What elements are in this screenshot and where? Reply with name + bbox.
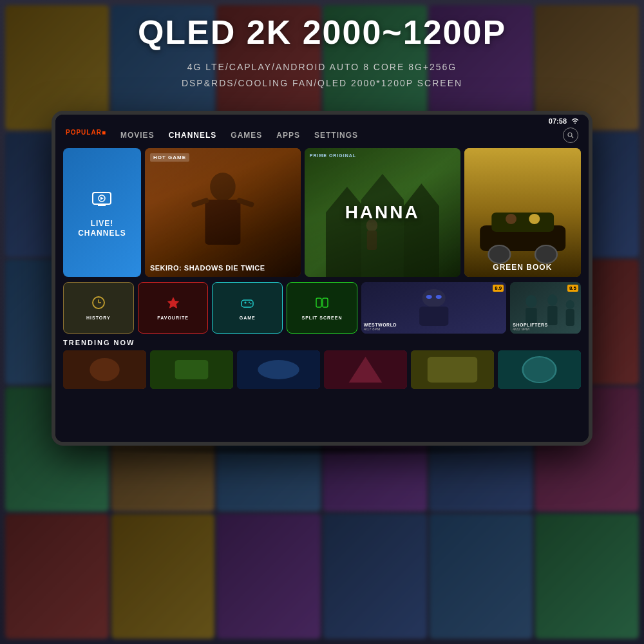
logo-text: POPULAR (66, 129, 102, 136)
hanna-badge-prime: PRIME ORIGINAL (310, 153, 356, 158)
game-label: GAME (240, 316, 256, 320)
svg-marker-4 (100, 197, 104, 200)
svg-point-22 (535, 245, 557, 263)
svg-point-40 (436, 295, 442, 299)
trending-item-5[interactable] (411, 350, 494, 389)
shoplifters-info: SHOPLIFTERS 4/22 9PM (513, 323, 578, 331)
nav-item-apps[interactable]: APPS (276, 131, 300, 140)
nav-item-games[interactable]: GAMES (231, 131, 262, 140)
nav-item-channels[interactable]: CHANNELS (169, 131, 217, 140)
action-game[interactable]: GAME (212, 282, 283, 334)
trending-item-3[interactable] (237, 350, 320, 389)
nav-item-settings[interactable]: SETTINGS (314, 131, 358, 140)
status-time: 07:58 (549, 117, 567, 125)
device-screen: 07:58 POPULAR■ MOVIES CHANNELS GAMES AP (55, 115, 589, 442)
svg-marker-28 (167, 298, 178, 308)
trending-section: TRENDING NOW (63, 339, 581, 437)
svg-rect-57 (428, 357, 477, 383)
tile-live-channels[interactable]: LIVE! CHANNELS (63, 148, 141, 277)
live-channels-label: LIVE! CHANNELS (78, 219, 126, 238)
svg-point-33 (251, 303, 252, 305)
sekiro-badge: HOT GAME (150, 153, 189, 162)
nav-logo[interactable]: POPULAR■ (66, 129, 106, 142)
shoplifters-title: SHOPLIFTERS (513, 323, 578, 327)
middle-row: HISTORY FAVOURITE (63, 282, 581, 334)
history-icon (91, 296, 106, 313)
westworld-rating: 8.9 (493, 285, 504, 292)
tile-sekiro[interactable]: HOT GAME SEKIRO: SHADOWS DIE TWICE (145, 148, 301, 277)
svg-point-44 (547, 294, 557, 306)
trending-item-6[interactable] (498, 350, 581, 389)
tile-hanna[interactable]: PRIME ORIGINAL HANNA (305, 148, 460, 277)
shoplifters-rating: 8.5 (567, 285, 578, 292)
content-area: LIVE! CHANNELS (55, 148, 589, 442)
greenbook-title: GREEN BOOK (469, 263, 576, 272)
sekiro-title: SEKIRO: SHADOWS DIE TWICE (150, 264, 296, 272)
specs-line2: DSP&RDS/COOLING FAN/QLED 2000*1200P SCRE… (182, 75, 462, 91)
device-frame: 07:58 POPULAR■ MOVIES CHANNELS GAMES AP (52, 111, 592, 446)
svg-point-37 (422, 289, 446, 307)
svg-rect-9 (205, 200, 240, 245)
svg-point-49 (90, 358, 119, 381)
action-westworld[interactable]: 8.9 WESTWORLD 4/17 8PM (361, 282, 506, 334)
svg-point-53 (258, 360, 299, 379)
page-title: QLED 2K 2000~1200P (138, 13, 506, 52)
svg-point-42 (526, 295, 537, 308)
top-row: LIVE! CHANNELS (63, 148, 581, 277)
svg-point-46 (566, 300, 574, 309)
svg-rect-35 (323, 298, 328, 307)
history-label: HISTORY (86, 316, 111, 320)
svg-point-24 (529, 214, 540, 224)
westworld-schedule: 4/17 8PM (364, 327, 504, 331)
hanna-title: HANNA (345, 202, 420, 223)
action-history[interactable]: HISTORY (63, 282, 134, 334)
action-favourite[interactable]: FAVOURITE (138, 282, 209, 334)
specs-line1: 4G LTE/CAPLAY/ANDROID AUTO 8 CORE 8G+256… (182, 59, 462, 75)
trending-item-2[interactable] (150, 350, 233, 389)
trending-item-4[interactable] (324, 350, 407, 389)
svg-rect-51 (175, 360, 209, 379)
search-button[interactable] (563, 128, 578, 143)
svg-point-8 (210, 173, 236, 201)
svg-point-21 (488, 245, 510, 263)
svg-point-39 (426, 295, 432, 299)
svg-rect-17 (367, 231, 377, 250)
svg-point-0 (568, 133, 572, 137)
svg-point-59 (523, 357, 556, 383)
nav-bar: POPULAR■ MOVIES CHANNELS GAMES APPS SETT… (55, 128, 589, 148)
trending-label: TRENDING NOW (63, 339, 581, 346)
split-screen-label: SPLIT SCREEN (302, 316, 343, 320)
svg-rect-34 (316, 298, 321, 307)
live-channels-icon (90, 187, 113, 215)
svg-rect-20 (491, 213, 554, 232)
favourite-icon (166, 296, 180, 313)
action-split-screen[interactable]: SPLIT SCREEN (287, 282, 357, 334)
game-icon (240, 296, 254, 313)
svg-line-1 (572, 137, 574, 138)
status-bar: 07:58 (55, 115, 589, 128)
westworld-info: WESTWORLD 4/17 8PM (364, 323, 504, 331)
split-screen-icon (315, 296, 329, 313)
action-shoplifters[interactable]: 8.5 SHOPLIFTERS 4/22 9PM (510, 282, 581, 334)
favourite-label: FAVOURITE (157, 316, 189, 320)
westworld-title: WESTWORLD (364, 323, 504, 327)
wifi-icon (571, 117, 580, 125)
tile-sekiro-bg (145, 148, 301, 277)
specs-text: 4G LTE/CAPLAY/ANDROID AUTO 8 CORE 8G+256… (182, 59, 462, 91)
tile-greenbook[interactable]: GREEN BOOK (464, 148, 581, 277)
svg-point-23 (506, 214, 516, 224)
nav-item-movies[interactable]: MOVIES (120, 131, 155, 140)
trending-row (63, 350, 581, 389)
main-wrapper: QLED 2K 2000~1200P 4G LTE/CAPLAY/ANDROID… (0, 0, 644, 644)
svg-point-32 (249, 302, 250, 303)
shoplifters-schedule: 4/22 9PM (513, 327, 578, 331)
trending-item-1[interactable] (63, 350, 146, 389)
